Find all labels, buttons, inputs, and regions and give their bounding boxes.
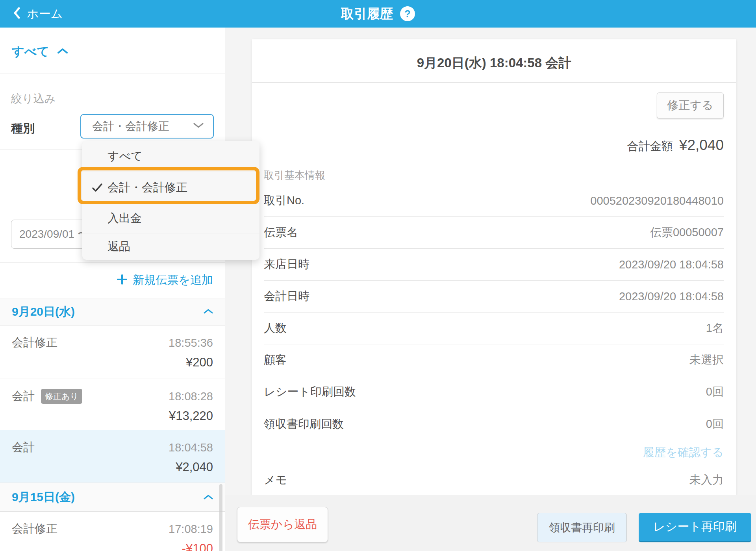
dropdown-option-label: 返品 (107, 239, 130, 255)
table-row: 顧客 未選択 (264, 344, 724, 376)
total-amount-label: 合計金額 (627, 139, 673, 154)
memo-value: 未入力 (689, 472, 724, 488)
app-header: ホーム 取引履歴 ? (0, 0, 756, 28)
row-value: 000520230920180448010 (590, 194, 724, 207)
page-title: 取引履歴 (341, 5, 393, 23)
row-value: 未選択 (689, 352, 724, 368)
total-amount-row: 合計金額 ¥2,040 (627, 137, 724, 154)
dropdown-option-return[interactable]: 返品 (82, 233, 259, 260)
basic-info-section-label: 取引基本情報 (264, 168, 325, 182)
date-group-header[interactable]: 9月20日(水) (0, 298, 225, 325)
table-row: 会計日時 2023/09/20 18:04:58 (264, 281, 724, 312)
table-row: 来店日時 2023/09/20 18:04:58 (264, 249, 724, 281)
sidebar-scrollbar[interactable] (219, 484, 222, 551)
chevron-up-icon (204, 308, 213, 315)
row-value: 2023/09/20 18:04:58 (619, 258, 724, 271)
receipt-print-button[interactable]: レシート再印刷 (639, 513, 751, 542)
date-group-label: 9月15日(金) (12, 489, 75, 505)
total-amount-value: ¥2,040 (679, 137, 724, 153)
dropdown-option-sales-selected[interactable]: 会計・会計修正 (82, 172, 259, 203)
divider (0, 74, 225, 74)
table-row: 人数 1名 (264, 312, 724, 344)
history-link-row: 履歴を確認する (264, 440, 724, 465)
action-footer: 伝票から返品 領収書再印刷 レシート再印刷 (225, 495, 756, 551)
transaction-amount-negative: -¥100 (12, 542, 213, 551)
row-value: 0回 (706, 416, 724, 432)
type-filter-dropdown: すべて 会計・会計修正 入出金 返品 (82, 141, 259, 260)
check-history-link[interactable]: 履歴を確認する (643, 445, 724, 460)
row-label: 領収書印刷回数 (264, 416, 344, 432)
type-filter-label: 種別 (11, 120, 35, 137)
table-row: 伝票名 伝票00050007 (264, 217, 724, 249)
divider (0, 263, 225, 263)
transaction-amount: ¥13,220 (12, 409, 213, 423)
header-title-wrap: 取引履歴 ? (0, 0, 756, 28)
filter-group-toggle[interactable]: すべて (12, 43, 68, 61)
checkmark-icon (92, 183, 103, 192)
chevron-down-icon (193, 123, 204, 130)
transaction-list-item[interactable]: 会計修正 18:55:36 ¥200 (0, 325, 225, 379)
plus-icon (117, 274, 127, 286)
date-group-header[interactable]: 9月15日(金) (0, 483, 225, 512)
dropdown-option-all[interactable]: すべて (82, 141, 259, 172)
transaction-sidebar: すべて 絞り込み 種別 会計・会計修正 新規伝票を追加 9月20日(水) (0, 28, 225, 551)
transaction-type: 会計修正 (12, 521, 57, 537)
row-label: 会計日時 (264, 288, 309, 304)
transaction-list-item-selected[interactable]: 会計 18:04:58 ¥2,040 (0, 430, 225, 483)
transaction-list-item[interactable]: 会計修正 17:08:19 -¥100 (0, 512, 225, 551)
transaction-time: 18:55:36 (169, 337, 213, 349)
transaction-type: 会計 (12, 440, 35, 455)
row-value: 伝票00050007 (650, 225, 724, 240)
transaction-time: 17:08:19 (169, 523, 213, 536)
transaction-detail-card: 9月20日(水) 18:04:58 会計 修正する 合計金額 ¥2,040 取引… (252, 39, 736, 495)
transaction-history-screen: ホーム 取引履歴 ? すべて 絞り込み 種別 会計・会計修正 (0, 0, 756, 551)
dropdown-option-label: 入出金 (107, 211, 142, 226)
row-value: 1名 (706, 320, 724, 336)
row-label: 顧客 (264, 352, 287, 368)
type-filter-value: 会計・会計修正 (92, 119, 169, 134)
dropdown-option-label: すべて (107, 148, 143, 164)
memo-label: メモ (264, 472, 287, 488)
transaction-type: 会計修正 (12, 335, 57, 351)
dropdown-option-deposit-withdrawal[interactable]: 入出金 (82, 203, 259, 233)
row-label: 取引No. (264, 193, 304, 209)
table-row: 領収書印刷回数 0回 (264, 408, 724, 440)
receipt-reprint-button[interactable]: 領収書再印刷 (537, 513, 627, 542)
transaction-list-item[interactable]: 会計 修正あり 18:08:28 ¥13,220 (0, 379, 225, 430)
help-icon[interactable]: ? (400, 6, 415, 21)
table-row: 取引No. 000520230920180448010 (264, 185, 724, 217)
edited-badge: 修正あり (41, 389, 82, 404)
row-label: 伝票名 (264, 225, 298, 240)
row-label: レシート印刷回数 (264, 384, 356, 400)
edit-button[interactable]: 修正する (657, 92, 724, 118)
transaction-time: 18:04:58 (169, 441, 213, 454)
dropdown-option-label: 会計・会計修正 (107, 180, 187, 196)
add-new-slip-button[interactable]: 新規伝票を追加 (117, 272, 213, 289)
table-row: レシート印刷回数 0回 (264, 376, 724, 408)
divider (252, 82, 736, 83)
transaction-type: 会計 (12, 388, 35, 404)
filter-group-label: すべて (12, 43, 49, 60)
transaction-amount: ¥2,040 (12, 460, 213, 474)
transaction-amount: ¥200 (12, 355, 213, 370)
chevron-up-icon (57, 48, 68, 55)
detail-title: 9月20日(水) 18:04:58 会計 (252, 54, 736, 72)
transaction-time: 18:08:28 (169, 390, 213, 403)
basic-info-table: 取引No. 000520230920180448010 伝票名 伝票000500… (264, 185, 724, 495)
row-value: 2023/09/20 18:04:58 (619, 290, 724, 303)
return-from-slip-button[interactable]: 伝票から返品 (237, 507, 328, 542)
filter-section-label: 絞り込み (11, 91, 56, 106)
date-group-label: 9月20日(水) (12, 304, 75, 320)
type-filter-select[interactable]: 会計・会計修正 (80, 114, 214, 139)
add-new-slip-label: 新規伝票を追加 (133, 272, 213, 288)
memo-row: メモ 未入力 (264, 465, 724, 495)
row-label: 来店日時 (264, 257, 309, 272)
row-value: 0回 (706, 384, 724, 400)
row-label: 人数 (264, 320, 287, 336)
chevron-up-icon (204, 494, 213, 501)
